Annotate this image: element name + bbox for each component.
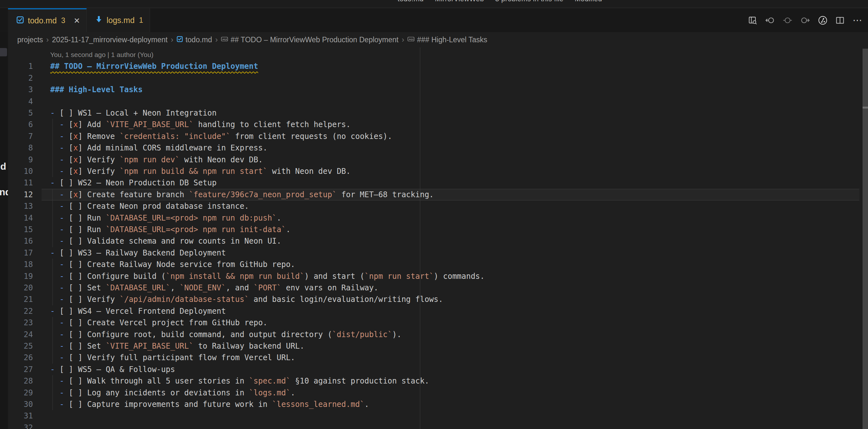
line-number[interactable]: 22 (8, 306, 33, 317)
code-line-6[interactable]: 6 - [x] Add `VITE_API_BASE_URL` handling… (8, 119, 863, 130)
code-line-23[interactable]: 23 - [ ] Create Vercel project from GitH… (8, 317, 863, 328)
code-line-31[interactable]: 31 (8, 410, 863, 422)
code-line-11[interactable]: 11- [ ] WS2 – Neon Production DB Setup (8, 177, 863, 189)
line-number[interactable]: 16 (8, 235, 33, 247)
token-c: `PORT` (254, 283, 281, 292)
code-line-2[interactable]: 2 (8, 73, 863, 84)
line-number[interactable]: 24 (8, 329, 33, 340)
code-line-15[interactable]: 15 - [ ] Run `DATABASE_URL=<prod> npm ru… (8, 224, 863, 235)
code-line-26[interactable]: 26 - [ ] Verify full participant flow fr… (8, 352, 863, 363)
line-number[interactable]: 29 (8, 387, 33, 399)
line-number[interactable]: 17 (8, 247, 33, 259)
line-number[interactable]: 6 (8, 119, 33, 130)
token-x: x (73, 132, 78, 141)
token-p: [ ] Configure root, build command, and o… (64, 330, 332, 339)
token-d: - (60, 272, 64, 281)
code-line-3[interactable]: 3### High-Level Tasks (8, 84, 863, 95)
code-line-21[interactable]: 21 - [ ] Verify `/api/admin/database-sta… (8, 293, 863, 305)
line-number[interactable]: 12 (8, 189, 33, 200)
line-number[interactable]: 4 (8, 96, 33, 107)
code-line-20[interactable]: 20 - [ ] Set `DATABASE_URL`, `NODE_ENV`,… (8, 282, 863, 293)
line-number[interactable]: 13 (8, 200, 33, 212)
token-p (50, 342, 60, 350)
line-number[interactable]: 1 (8, 60, 33, 72)
code-line-12[interactable]: 12 - [x] Create feature branch `feature/… (8, 189, 863, 200)
code-line-18[interactable]: 18 - [ ] Create Railway Node service fro… (8, 259, 863, 270)
code-line-28[interactable]: 28 - [ ] Walk through all 5 user stories… (8, 375, 863, 387)
vertical-scrollbar[interactable] (863, 49, 868, 429)
line-number[interactable]: 21 (8, 293, 33, 305)
token-x: x (73, 190, 78, 199)
line-content: - [ ] Run `DATABASE_URL=<prod> npm run i… (50, 224, 290, 235)
code-line-10[interactable]: 10 - [x] Verify `npm run build && npm ru… (8, 166, 863, 177)
token-d: - (60, 318, 64, 327)
line-number[interactable]: 27 (8, 364, 33, 375)
line-number[interactable]: 2 (8, 73, 33, 84)
token-c: `credentials: "include"` (120, 132, 230, 141)
code-line-30[interactable]: 30 - [ ] Capture improvements and future… (8, 399, 863, 410)
token-p: [ ] WS3 – Railway Backend Deployment (55, 249, 226, 257)
code-line-8[interactable]: 8 - [x] Add minimal CORS middleware in E… (8, 142, 863, 154)
token-p: ) commands. (434, 272, 485, 281)
code-line-16[interactable]: 16 - [ ] Validate schema and row counts … (8, 235, 863, 247)
token-p (50, 202, 60, 211)
line-number[interactable]: 9 (8, 154, 33, 166)
line-number[interactable]: 10 (8, 166, 33, 177)
code-line-7[interactable]: 7 - [x] Remove `credentials: "include"` … (8, 131, 863, 142)
line-number[interactable]: 8 (8, 142, 33, 154)
line-number[interactable]: 19 (8, 270, 33, 282)
line-number[interactable]: 30 (8, 399, 33, 410)
code-line-9[interactable]: 9 - [x] Verify `npm run dev` with Neon d… (8, 154, 863, 166)
line-number[interactable]: 18 (8, 259, 33, 270)
line-number[interactable]: 7 (8, 131, 33, 142)
code-line-24[interactable]: 24 - [ ] Configure root, build command, … (8, 329, 863, 340)
token-d: - (60, 143, 64, 152)
line-number[interactable]: 20 (8, 282, 33, 293)
code-line-14[interactable]: 14 - [ ] Run `DATABASE_URL=<prod> npm ru… (8, 212, 863, 224)
line-number[interactable]: 11 (8, 177, 33, 189)
token-d: - (60, 155, 64, 164)
code-line-4[interactable]: 4 (8, 96, 863, 107)
code-line-19[interactable]: 19 - [ ] Configure build (`npm install &… (8, 270, 863, 282)
code-line-17[interactable]: 17- [ ] WS3 – Railway Backend Deployment (8, 247, 863, 259)
line-number[interactable]: 31 (8, 410, 33, 422)
token-p (50, 283, 60, 292)
line-content: - [ ] WS1 – Local + Neon Integration (50, 107, 217, 119)
cropped-text-fragment: nd (0, 187, 8, 198)
token-d: - (60, 120, 64, 129)
line-number[interactable]: 5 (8, 107, 33, 119)
vscode-window: { "colors": { "editor_bg": "#1f1f1f", "c… (0, 0, 868, 429)
code-line-5[interactable]: 5- [ ] WS1 – Local + Neon Integration (8, 107, 863, 119)
code-line-13[interactable]: 13 - [ ] Create Neon prod database insta… (8, 200, 863, 212)
code-line-1[interactable]: 1## TODO – MirrorViewWeb Production Depl… (8, 60, 863, 72)
line-number[interactable]: 15 (8, 224, 33, 235)
line-number[interactable]: 25 (8, 340, 33, 352)
code-line-25[interactable]: 25 - [ ] Set `VITE_API_BASE_URL` to Rail… (8, 340, 863, 352)
code-line-32[interactable]: 32 (8, 422, 863, 429)
token-d: - (60, 353, 64, 362)
line-number[interactable]: 26 (8, 352, 33, 363)
line-number[interactable]: 3 (8, 84, 33, 95)
line-number[interactable]: 23 (8, 317, 33, 328)
token-x: x (73, 155, 78, 164)
token-c: `DATABASE_URL=<prod> npm run init-data` (105, 225, 286, 234)
line-content: - [ ] Log any incidents or deviations in… (50, 387, 295, 399)
token-p: with Neon dev DB. (267, 167, 350, 176)
line-number[interactable]: 28 (8, 375, 33, 387)
token-c: `npm run dev` (120, 155, 180, 164)
token-p (50, 376, 60, 385)
token-c: `VITE_API_BASE_URL` (105, 120, 193, 129)
code-line-22[interactable]: 22- [ ] WS4 – Vercel Frontend Deployment (8, 306, 863, 317)
token-p: [ ] Configure build ( (64, 272, 166, 281)
line-number[interactable]: 14 (8, 212, 33, 224)
token-p: to Railway backend URL. (193, 342, 305, 350)
token-d: - (60, 342, 64, 350)
line-content: - [ ] Walk through all 5 user stories in… (50, 375, 429, 387)
token-c: `DATABASE_URL` (105, 283, 170, 292)
token-h: ## TODO – MirrorViewWeb Production Deplo… (50, 62, 258, 71)
code-line-29[interactable]: 29 - [ ] Log any incidents or deviations… (8, 387, 863, 399)
token-p: [ ] WS4 – Vercel Frontend Deployment (55, 307, 226, 316)
token-c: `/api/admin/database-status` (120, 295, 249, 304)
token-p: [ ] Verify (64, 295, 119, 304)
code-line-27[interactable]: 27- [ ] WS5 – QA & Follow-ups (8, 364, 863, 375)
